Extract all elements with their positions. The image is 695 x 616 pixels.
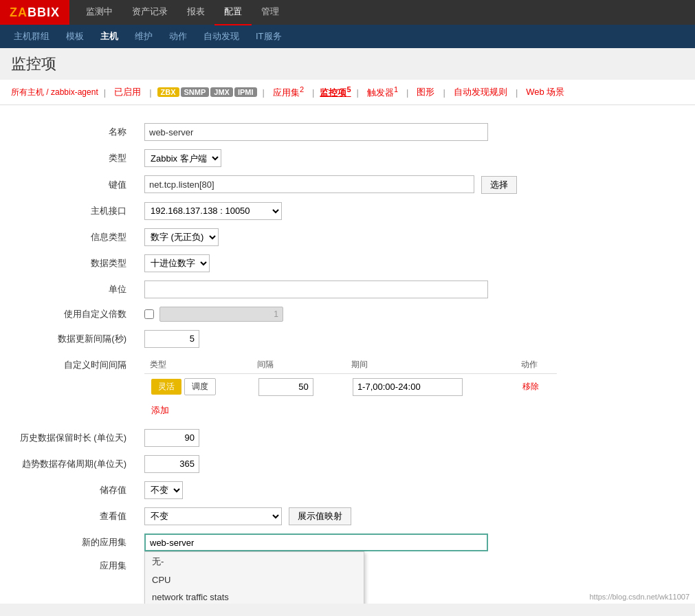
app-option-network[interactable]: network traffic stats xyxy=(145,588,364,604)
custom-interval-value-cell: 类型 间隔 期间 动作 灵活 调度 xyxy=(137,352,695,425)
col-type: 类型 xyxy=(144,356,252,374)
multiplier-checkbox[interactable] xyxy=(144,309,154,319)
footer-url: https://blog.csdn.net/wk11007 xyxy=(589,593,690,601)
tab-appsets[interactable]: 应用集2 xyxy=(270,84,307,100)
row-type: 类型 Zabbix 客户端 xyxy=(0,145,695,171)
multiplier-row: 1 xyxy=(144,307,688,322)
breadcrumb-host[interactable]: zabbix-agent xyxy=(51,87,98,97)
breadcrumb-all-hosts[interactable]: 所有主机 xyxy=(11,87,44,97)
badge-ipmi: IPMI xyxy=(234,87,257,97)
name-value-cell xyxy=(137,119,695,145)
multiplier-slider: 1 xyxy=(159,307,283,322)
interval-period-input[interactable] xyxy=(353,378,463,396)
sub-nav-hosts[interactable]: 主机 xyxy=(92,25,126,48)
view-mapping-button[interactable]: 展示值映射 xyxy=(289,507,351,525)
tabs-area: 所有主机 / zabbix-agent | 已启用 | ZBX SNMP JMX… xyxy=(0,80,695,105)
sub-nav-it-services[interactable]: IT服务 xyxy=(247,25,290,48)
col-interval: 间隔 xyxy=(252,356,346,374)
name-label: 名称 xyxy=(0,119,137,145)
btn-schedule[interactable]: 调度 xyxy=(184,378,216,395)
row-interval: 数据更新间隔(秒) xyxy=(0,326,695,352)
form-table: 名称 类型 Zabbix 客户端 键值 选择 主机接口 xyxy=(0,119,695,576)
info-type-label: 信息类型 xyxy=(0,224,137,250)
type-value-cell: Zabbix 客户端 xyxy=(137,145,695,171)
row-unit: 单位 xyxy=(0,276,695,302)
interval-add-cell: 添加 xyxy=(144,400,557,421)
unit-input[interactable] xyxy=(144,280,488,298)
app-option-cpu[interactable]: CPU xyxy=(145,571,364,588)
col-period: 期间 xyxy=(346,356,516,374)
row-interface: 主机接口 192.168.137.138 : 10050 xyxy=(0,198,695,224)
interval-value-cell xyxy=(137,326,695,352)
view-value-cell: 不变 展示值映射 xyxy=(137,503,695,530)
key-input[interactable] xyxy=(144,175,474,193)
info-type-select[interactable]: 数字 (无正负) xyxy=(144,228,219,246)
new-app-label: 新的应用集 xyxy=(0,529,137,556)
tab-triggers[interactable]: 触发器1 xyxy=(364,84,401,100)
btn-flexible[interactable]: 灵活 xyxy=(151,379,181,395)
sub-nav-templates[interactable]: 模板 xyxy=(58,25,92,48)
tab-auto-discovery[interactable]: 自动发现规则 xyxy=(451,85,510,100)
store-select[interactable]: 不变 xyxy=(144,481,183,499)
row-custom-interval: 自定义时间间隔 类型 间隔 期间 动作 灵活 xyxy=(0,352,695,425)
nav-item-report[interactable]: 报表 xyxy=(177,0,214,25)
view-select[interactable]: 不变 xyxy=(144,507,282,525)
nav-item-config[interactable]: 配置 xyxy=(214,0,252,25)
new-app-dropdown: 无- CPU network traffic stats xyxy=(144,534,488,551)
tab-graphs[interactable]: 图形 xyxy=(414,85,437,100)
row-history: 历史数据保留时长 (单位天) xyxy=(0,425,695,451)
interval-gap-input[interactable] xyxy=(258,378,313,396)
tab-enabled[interactable]: 已启用 xyxy=(111,85,144,100)
sub-nav-hostgroups[interactable]: 主机群组 xyxy=(5,25,58,48)
interval-remove-link[interactable]: 移除 xyxy=(522,382,539,391)
store-label: 储存值 xyxy=(0,477,137,503)
sub-nav-discovery[interactable]: 自动发现 xyxy=(195,25,247,48)
multiplier-value: 1 xyxy=(274,309,278,319)
key-value-cell: 选择 xyxy=(137,171,695,198)
app-label: 应用集 xyxy=(0,556,137,576)
interface-select[interactable]: 192.168.137.138 : 10050 xyxy=(144,202,282,220)
interval-add-link[interactable]: 添加 xyxy=(151,405,169,415)
row-key: 键值 选择 xyxy=(0,171,695,198)
sub-nav-maintenance[interactable]: 维护 xyxy=(126,25,161,48)
trend-label: 趋势数据存储周期(单位天) xyxy=(0,451,137,477)
tab-sep-5: | xyxy=(357,87,359,98)
tab-sep-7: | xyxy=(443,87,445,98)
sub-nav-actions[interactable]: 动作 xyxy=(161,25,195,48)
tab-sep-4: | xyxy=(312,87,314,98)
nav-item-admin[interactable]: 管理 xyxy=(252,0,289,25)
multiplier-label: 使用自定义倍数 xyxy=(0,302,137,326)
row-view: 查看值 不变 展示值映射 xyxy=(0,503,695,530)
interval-label: 数据更新间隔(秒) xyxy=(0,326,137,352)
new-app-input[interactable] xyxy=(144,534,488,551)
interval-header-row: 类型 间隔 期间 动作 xyxy=(144,356,557,374)
logo-bbix: BBIX xyxy=(27,6,60,20)
logo: ZABBIX xyxy=(0,0,69,25)
history-label: 历史数据保留时长 (单位天) xyxy=(0,425,137,451)
tab-sep-8: | xyxy=(516,87,518,98)
tab-web-scenarios[interactable]: Web 场景 xyxy=(523,85,567,100)
custom-interval-label: 自定义时间间隔 xyxy=(0,352,137,425)
view-label: 查看值 xyxy=(0,503,137,530)
key-select-button[interactable]: 选择 xyxy=(481,176,517,194)
history-value-cell xyxy=(137,425,695,451)
type-select[interactable]: Zabbix 客户端 xyxy=(144,149,221,167)
interval-type-cell: 灵活 调度 xyxy=(144,373,252,400)
row-data-type: 数据类型 十进位数字 xyxy=(0,250,695,276)
interval-input[interactable] xyxy=(144,330,199,348)
trend-input[interactable] xyxy=(144,455,199,473)
tab-badge-group: ZBX SNMP JMX IPMI xyxy=(157,87,257,97)
nav-item-assets[interactable]: 资产记录 xyxy=(122,0,177,25)
breadcrumb: 所有主机 / zabbix-agent xyxy=(11,87,98,98)
nav-item-monitor[interactable]: 监测中 xyxy=(76,0,122,25)
type-label: 类型 xyxy=(0,145,137,171)
app-option-none[interactable]: 无- xyxy=(145,552,364,571)
key-label: 键值 xyxy=(0,171,137,198)
data-type-value-cell: 十进位数字 xyxy=(137,250,695,276)
data-type-select[interactable]: 十进位数字 xyxy=(144,254,210,272)
tab-items[interactable]: 监控项5 xyxy=(320,85,351,99)
name-input[interactable] xyxy=(144,123,488,141)
history-input[interactable] xyxy=(144,429,199,447)
logo-za: ZA xyxy=(10,6,27,20)
interval-period-cell xyxy=(346,373,516,400)
